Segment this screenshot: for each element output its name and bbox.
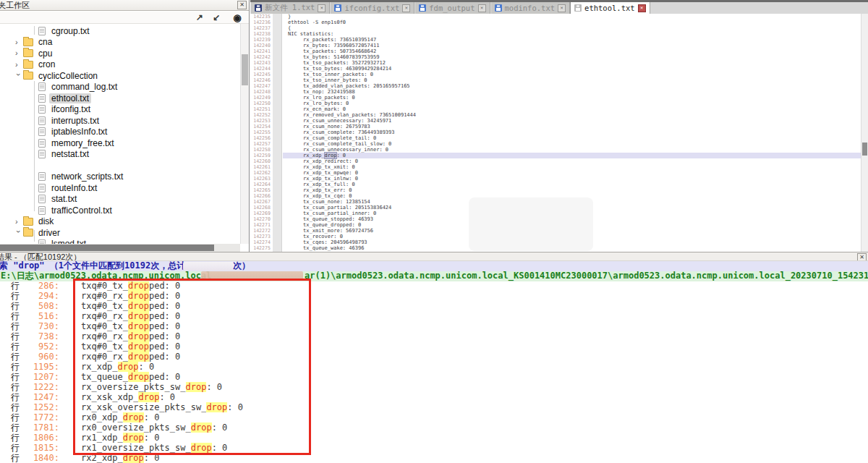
matched-term: drop <box>128 281 149 291</box>
result-row[interactable]: 行1195:rx_xdp_drop: 0 <box>0 362 868 373</box>
tab-ethtool-txt[interactable]: ethtool.txt✕ <box>570 2 650 14</box>
tab-close-icon[interactable]: ✕ <box>638 4 646 12</box>
tree-horizontal-scrollbar[interactable] <box>0 244 240 252</box>
tab-modinfo-txt[interactable]: modinfo.txt✕ <box>490 2 571 14</box>
row-line-label: 行 <box>11 373 20 383</box>
tab-close-icon[interactable]: ✕ <box>478 4 486 12</box>
result-row[interactable]: 行1815:rx1_oversize_pkts_sw_drop: 0 <box>0 443 868 454</box>
row-line-label: 行 <box>11 383 20 393</box>
collapse-all-icon[interactable]: ↙ <box>210 12 222 23</box>
tab-ifconfig-txt[interactable]: ifconfig.txt✕ <box>330 2 414 14</box>
save-floppy-icon <box>574 4 582 12</box>
tree-item-iptablesinfo-txt[interactable]: iptablesInfo.txt <box>0 127 240 138</box>
result-row[interactable]: 行1247:rx_xsk_xdp_drop: 0 <box>0 393 868 403</box>
result-row[interactable]: 行516:rxq#0_rx_dropped: 0 <box>0 312 868 322</box>
row-line-label: 行 <box>11 433 20 443</box>
chevron-right-icon[interactable]: › <box>15 37 22 48</box>
code-line: tx_tso_inner_bytes: 0 <box>283 77 861 83</box>
result-row[interactable]: 行960:rxq#0_rx_dropped: 0 <box>0 352 868 362</box>
code-line: rx_xdp_tx_inlnw: 0 <box>283 176 861 182</box>
result-row[interactable]: 行1252:rx_xsk_oversize_pkts_sw_drop: 0 <box>0 403 868 413</box>
result-row[interactable]: 行286:txq#0_tx_dropped: 0 <box>0 281 868 292</box>
row-line-label: 行 <box>11 322 20 332</box>
tree-item-disk[interactable]: ›disk <box>0 216 240 228</box>
code-line: rx_lro_packets: 0 <box>283 95 861 101</box>
folder-icon <box>23 229 33 237</box>
tree-item-ifconfig-txt[interactable]: ifconfig.txt <box>0 104 240 116</box>
matched-term: drop <box>128 291 149 301</box>
result-row[interactable]: 行1772:rx0_xdp_drop: 0 <box>0 413 868 423</box>
tree-item-cron[interactable]: ›cron <box>0 59 240 71</box>
file-icon <box>38 150 46 158</box>
tree-item-command_log-txt[interactable]: command_log.txt <box>0 82 240 93</box>
result-row[interactable]: 行1806:rx1_xdp_drop: 0 <box>0 433 868 443</box>
matched-term: drop <box>123 412 144 422</box>
tree-item-routeinfo-txt[interactable]: routeInfo.txt <box>0 182 240 194</box>
tree-vscroll-thumb[interactable] <box>242 54 248 85</box>
folder-icon <box>23 72 33 80</box>
tree-item-cgroup-txt[interactable]: cgroup.txt <box>0 25 240 37</box>
tree-item-interrupts-txt[interactable]: interrupts.txt <box>0 115 240 127</box>
tree-item-memory_free-txt[interactable]: memory_free.txt <box>0 137 240 149</box>
row-line-label: 行 <box>11 454 20 463</box>
tab--1-txt[interactable]: 新文件 1.txt✕ <box>250 2 330 14</box>
tree-item-cna[interactable]: ›cna <box>0 37 240 48</box>
tree-item-netstat-txt[interactable]: netstat.txt <box>0 149 240 161</box>
tab-fdm_output[interactable]: fdm_output✕ <box>414 2 490 14</box>
editor-body[interactable]: 1422351422361422371422381422391422401422… <box>250 14 868 252</box>
matched-term: drop <box>186 382 207 392</box>
tree-item-lsmod-txt[interactable]: lsmod.txt <box>0 239 240 245</box>
search-summary-suffix: 次） <box>233 261 250 271</box>
tree-item-label: interrupts.txt <box>49 116 101 126</box>
workspace-close-icon[interactable]: ✕ <box>237 1 247 9</box>
code-line: NIC statistics: <box>283 31 861 37</box>
result-row[interactable]: 行730:txq#0_tx_dropped: 0 <box>0 322 868 332</box>
tree-item-stat-txt[interactable]: stat.txt <box>0 194 240 205</box>
result-row[interactable]: 行1840:rx2_xdp_drop: 0 <box>0 454 868 463</box>
tree-hscroll-thumb[interactable] <box>0 245 214 251</box>
tab-close-icon[interactable]: ✕ <box>558 4 566 12</box>
code-line: rx_xdp_tx_xmit: 0 <box>283 164 861 170</box>
app-window: 文件夹工作区 ✕ ↗ ↙ ◉ cgroup.txt›cna›cpu›cron›c… <box>0 0 868 463</box>
row-line-label: 行 <box>11 281 20 292</box>
tree-item-driver[interactable]: ›driver <box>0 227 240 239</box>
editor-vertical-scrollbar[interactable] <box>861 14 868 252</box>
line-number-gutter: 1422351422361422371422381422391422401422… <box>250 14 272 252</box>
locate-file-icon[interactable]: ◉ <box>231 12 243 23</box>
result-row[interactable]: 行1222:rx_oversize_pkts_sw_drop: 0 <box>0 383 868 393</box>
tab-close-icon[interactable]: ✕ <box>402 4 410 12</box>
tree-item-cycliccollection[interactable]: ›cyclicCollection <box>0 70 240 82</box>
result-row[interactable]: 行294:rxq#0_rx_dropped: 0 <box>0 292 868 302</box>
file-icon <box>38 206 46 215</box>
result-row[interactable]: 行1781:rx0_oversize_pkts_sw_drop: 0 <box>0 423 868 433</box>
row-line-number: 960: <box>22 352 59 362</box>
save-floppy-icon <box>334 4 341 12</box>
code-line: rx_packets: 736510395147 <box>283 37 861 43</box>
tree-item-ethtool-txt[interactable]: ethtool.txt <box>0 93 240 104</box>
file-icon <box>38 116 46 125</box>
row-line-number: 516: <box>22 312 59 322</box>
code-line: rx_xdp_tx_mpwqe: 0 <box>283 170 861 176</box>
result-row[interactable]: 行738:rxq#0_rx_dropped: 0 <box>0 332 868 342</box>
results-close-icon[interactable]: ✕ <box>857 253 867 261</box>
save-floppy-icon <box>419 4 426 12</box>
tree-vertical-scrollbar[interactable] <box>240 24 249 244</box>
result-row[interactable]: 行508:txq#0_tx_dropped: 0 <box>0 302 868 312</box>
tree-item-trafficcontrol-txt[interactable]: trafficControl.txt <box>0 205 240 216</box>
result-row[interactable]: 行1207:tx_queue_dropped: 0 <box>0 373 868 383</box>
row-match-text: rx_xsk_xdp_drop: 0 <box>81 393 175 403</box>
row-line-label: 行 <box>11 423 20 433</box>
result-file-path-row[interactable]: E:\日志\armod0523.odata.ncmp.unicom.local … <box>0 271 868 281</box>
tab-close-icon[interactable]: ✕ <box>318 4 326 12</box>
chevron-right-icon[interactable]: › <box>15 59 22 70</box>
row-match-text: rx_oversize_pkts_sw_drop: 0 <box>81 383 222 393</box>
chevron-right-icon[interactable]: › <box>15 48 22 59</box>
editor-vscroll-thumb[interactable] <box>862 143 867 156</box>
tree-item-label: cpu <box>36 48 54 59</box>
result-row[interactable]: 行952:txq#0_tx_dropped: 0 <box>0 342 868 352</box>
chevron-right-icon[interactable]: › <box>15 216 22 227</box>
tree-item-cpu[interactable]: ›cpu <box>0 48 240 59</box>
expand-all-icon[interactable]: ↗ <box>194 12 205 23</box>
tree-item-network_scripts-txt[interactable]: network_scripts.txt <box>0 171 240 183</box>
tree-item-label: cyclicCollection <box>36 71 100 81</box>
